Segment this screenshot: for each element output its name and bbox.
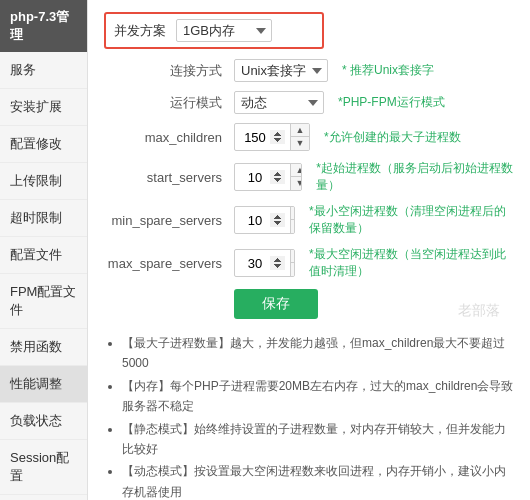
sidebar-title: php-7.3管理 xyxy=(0,0,87,52)
max-children-input-wrap: ▲ ▼ xyxy=(234,123,310,151)
connection-control: Unix套接字TCP端口 * 推荐Unix套接字 xyxy=(234,59,434,82)
start-servers-spinners: ▲ ▼ xyxy=(290,164,302,190)
sidebar-item-config[interactable]: 配置修改 xyxy=(0,126,87,163)
note-item: 【最大子进程数量】越大，并发能力越强，但max_children最大不要超过50… xyxy=(122,333,514,374)
max-spare-label: max_spare_servers xyxy=(104,256,234,271)
max-spare-hint: *最大空闲进程数（当空闲进程达到此值时清理） xyxy=(309,246,514,280)
note-item: 【静态模式】始终维持设置的子进程数量，对内存开销较大，但并发能力比较好 xyxy=(122,419,514,460)
start-servers-label: start_servers xyxy=(104,170,234,185)
start-servers-up[interactable]: ▲ xyxy=(291,164,302,177)
mode-label: 运行模式 xyxy=(104,94,234,112)
connection-row: 连接方式 Unix套接字TCP端口 * 推荐Unix套接字 xyxy=(104,59,514,82)
min-spare-row: min_spare_servers ▲ ▼ *最小空闲进程数（清理空闲进程后的保… xyxy=(104,203,514,237)
main-content: 并发方案 512MB内存1GB内存2GB内存4GB内存 连接方式 Unix套接字… xyxy=(88,0,530,500)
max-children-up[interactable]: ▲ xyxy=(291,124,309,137)
max-children-control: ▲ ▼ *允许创建的最大子进程数 xyxy=(234,123,461,151)
plan-label: 并发方案 xyxy=(114,22,166,40)
max-spare-control: ▲ ▼ *最大空闲进程数（当空闲进程达到此值时清理） xyxy=(234,246,514,280)
max-spare-input[interactable] xyxy=(235,253,290,274)
max-spare-input-wrap: ▲ ▼ xyxy=(234,249,295,277)
mode-control: 静态动态按需 *PHP-FPM运行模式 xyxy=(234,91,445,114)
start-servers-down[interactable]: ▼ xyxy=(291,177,302,190)
start-servers-input-wrap: ▲ ▼ xyxy=(234,163,302,191)
mode-select[interactable]: 静态动态按需 xyxy=(234,91,324,114)
start-servers-hint: *起始进程数（服务启动后初始进程数量） xyxy=(316,160,514,194)
save-button[interactable]: 保存 xyxy=(234,289,318,319)
max-children-label: max_children xyxy=(104,130,234,145)
max-spare-row: max_spare_servers ▲ ▼ *最大空闲进程数（当空闲进程达到此值… xyxy=(104,246,514,280)
min-spare-up[interactable]: ▲ xyxy=(291,207,295,220)
sidebar-item-load[interactable]: 负载状态 xyxy=(0,403,87,440)
mode-hint: *PHP-FPM运行模式 xyxy=(338,94,445,111)
min-spare-input[interactable] xyxy=(235,210,290,231)
plan-row: 并发方案 512MB内存1GB内存2GB内存4GB内存 xyxy=(104,12,324,49)
sidebar-item-session[interactable]: Session配置 xyxy=(0,440,87,495)
max-spare-spinners: ▲ ▼ xyxy=(290,250,295,276)
max-children-row: max_children ▲ ▼ *允许创建的最大子进程数 xyxy=(104,123,514,151)
sidebar-item-configfile[interactable]: 配置文件 xyxy=(0,237,87,274)
max-children-spinners: ▲ ▼ xyxy=(290,124,309,150)
mode-row: 运行模式 静态动态按需 *PHP-FPM运行模式 xyxy=(104,91,514,114)
min-spare-hint: *最小空闲进程数（清理空闲进程后的保留数量） xyxy=(309,203,514,237)
max-spare-down[interactable]: ▼ xyxy=(291,263,295,276)
max-children-input[interactable] xyxy=(235,127,290,148)
min-spare-spinners: ▲ ▼ xyxy=(290,207,295,233)
max-children-hint: *允许创建的最大子进程数 xyxy=(324,129,461,146)
max-spare-up[interactable]: ▲ xyxy=(291,250,295,263)
start-servers-input[interactable] xyxy=(235,167,290,188)
min-spare-control: ▲ ▼ *最小空闲进程数（清理空闲进程后的保留数量） xyxy=(234,203,514,237)
notes-list: 【最大子进程数量】越大，并发能力越强，但max_children最大不要超过50… xyxy=(104,333,514,500)
sidebar-item-upload[interactable]: 上传限制 xyxy=(0,163,87,200)
sidebar: php-7.3管理 服务安装扩展配置修改上传限制超时限制配置文件FPM配置文件禁… xyxy=(0,0,88,500)
sidebar-item-log[interactable]: 日志 xyxy=(0,495,87,500)
connection-label: 连接方式 xyxy=(104,62,234,80)
sidebar-item-fpm[interactable]: FPM配置文件 xyxy=(0,274,87,329)
plan-select[interactable]: 512MB内存1GB内存2GB内存4GB内存 xyxy=(176,19,272,42)
start-servers-row: start_servers ▲ ▼ *起始进程数（服务启动后初始进程数量） xyxy=(104,160,514,194)
watermark: 老部落 xyxy=(458,302,500,320)
sidebar-item-install[interactable]: 安装扩展 xyxy=(0,89,87,126)
note-item: 【动态模式】按设置最大空闲进程数来收回进程，内存开销小，建议小内存机器使用 xyxy=(122,461,514,500)
note-item: 【内存】每个PHP子进程需要20MB左右内存，过大的max_children会导… xyxy=(122,376,514,417)
connection-select[interactable]: Unix套接字TCP端口 xyxy=(234,59,328,82)
sidebar-item-service[interactable]: 服务 xyxy=(0,52,87,89)
min-spare-down[interactable]: ▼ xyxy=(291,220,295,233)
sidebar-item-perf[interactable]: 性能调整 xyxy=(0,366,87,403)
sidebar-item-disabled[interactable]: 禁用函数 xyxy=(0,329,87,366)
min-spare-label: min_spare_servers xyxy=(104,213,234,228)
max-children-down[interactable]: ▼ xyxy=(291,137,309,150)
connection-hint: * 推荐Unix套接字 xyxy=(342,62,434,79)
min-spare-input-wrap: ▲ ▼ xyxy=(234,206,295,234)
sidebar-item-timeout[interactable]: 超时限制 xyxy=(0,200,87,237)
start-servers-control: ▲ ▼ *起始进程数（服务启动后初始进程数量） xyxy=(234,160,514,194)
